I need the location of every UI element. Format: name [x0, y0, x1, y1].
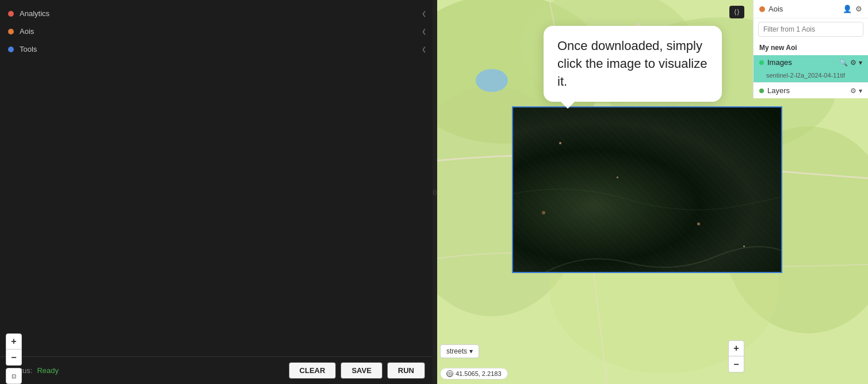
save-button[interactable]: SAVE — [341, 362, 382, 379]
tools-label: Tools — [20, 45, 422, 53]
status-value: Ready — [37, 366, 59, 375]
sidebar-item-analytics[interactable]: Analytics ❮ — [0, 5, 434, 22]
svg-point-7 — [476, 69, 508, 92]
sidebar-item-tools[interactable]: Tools ❮ — [0, 40, 434, 58]
images-dot — [759, 60, 764, 65]
sidebar-nav: Analytics ❮ Aois ❮ Tools ❮ — [0, 0, 434, 356]
layers-gear-icon[interactable]: ⚙ — [850, 87, 856, 95]
app-container: Analytics ❮ Aois ❮ Tools ❮ + − ⊡ Status — [0, 0, 868, 384]
panel-splitter[interactable]: ⟨⟩ — [433, 0, 437, 384]
images-row[interactable]: Images 🔍 ⚙ ▾ — [754, 55, 868, 70]
image-name-text: sentinel-2-l2a_2024-04-11tif — [766, 72, 845, 79]
map-expand-button[interactable]: ⟨⟩ — [729, 6, 744, 18]
aois-label: Aois — [20, 27, 422, 36]
panel-header-icons: 👤 ⚙ — [843, 5, 862, 13]
satellite-image[interactable] — [512, 106, 782, 273]
tools-dot — [8, 47, 14, 52]
images-text: Images — [767, 58, 792, 67]
analytics-dot — [8, 11, 14, 17]
images-expand-icon[interactable]: ▾ — [859, 59, 862, 67]
streets-dropdown: streets ▾ — [440, 344, 479, 358]
my-new-aoi-label: My new Aoi — [754, 40, 868, 55]
analytics-chevron: ❮ — [422, 10, 426, 17]
aois-chevron: ❮ — [422, 28, 426, 34]
zoom-out-right-button[interactable]: − — [728, 356, 744, 373]
aoi-header-left: Aois — [759, 5, 783, 13]
images-gear-icon[interactable]: ⚙ — [850, 59, 856, 67]
action-buttons: CLEAR SAVE RUN — [289, 362, 425, 379]
coordinates-icon: ◎ — [446, 370, 453, 377]
tooltip-text: Once downloaded, simply click the image … — [557, 39, 707, 89]
right-panel: Aois 👤 ⚙ My new Aoi Images 🔍 ⚙ ▾ — [753, 0, 868, 98]
sidebar-item-aois[interactable]: Aois ❮ — [0, 22, 434, 40]
aoi-header-dot — [759, 6, 765, 12]
layers-dot — [759, 89, 764, 93]
layers-text: Layers — [767, 86, 790, 95]
zoom-controls-right: + − — [728, 340, 744, 373]
layers-row[interactable]: Layers ⚙ ▾ — [754, 82, 868, 98]
streets-label: streets — [446, 347, 467, 355]
bottom-bar: Status: Ready CLEAR SAVE RUN — [0, 356, 434, 384]
zoom-extent-button[interactable]: ⊡ — [6, 368, 22, 384]
splitter-icon: ⟨⟩ — [433, 189, 437, 195]
zoom-controls-left: + − ⊡ — [6, 333, 22, 384]
aoi-filter-input[interactable] — [758, 22, 863, 37]
tooltip: Once downloaded, simply click the image … — [544, 26, 722, 102]
zoom-in-right-button[interactable]: + — [728, 340, 744, 356]
images-label-area: Images — [759, 58, 792, 67]
analytics-label: Analytics — [20, 9, 422, 18]
clear-button[interactable]: CLEAR — [289, 362, 337, 379]
panel-user-icon: 👤 — [843, 5, 852, 13]
aois-dot — [8, 29, 14, 34]
map-top-right-controls: ⟨⟩ — [729, 6, 744, 18]
images-search-icon[interactable]: 🔍 — [839, 59, 848, 67]
images-icons: 🔍 ⚙ ▾ — [839, 59, 862, 67]
map-container[interactable]: Once downloaded, simply click the image … — [434, 0, 868, 384]
coordinates-text: 41.5065, 2.2183 — [456, 370, 502, 377]
right-panel-header: Aois 👤 ⚙ — [754, 0, 868, 18]
sidebar: Analytics ❮ Aois ❮ Tools ❮ + − ⊡ Status — [0, 0, 434, 384]
satellite-inner — [513, 107, 781, 272]
streets-button[interactable]: streets ▾ — [440, 344, 479, 358]
aoi-header-label: Aois — [768, 5, 783, 13]
satellite-svg — [513, 107, 781, 272]
layers-expand-icon[interactable]: ▾ — [859, 87, 862, 95]
streets-caret: ▾ — [469, 347, 473, 355]
zoom-in-button[interactable]: + — [6, 333, 22, 350]
zoom-out-button[interactable]: − — [6, 350, 22, 366]
run-button[interactable]: RUN — [387, 362, 425, 379]
layers-label-area: Layers — [759, 86, 790, 95]
tooltip-arrow — [561, 102, 575, 109]
layers-icons: ⚙ ▾ — [850, 87, 862, 95]
tools-chevron: ❮ — [422, 46, 426, 52]
coordinates-bar: ◎ 41.5065, 2.2183 — [440, 368, 508, 379]
panel-gear-icon: ⚙ — [855, 5, 862, 13]
image-name-item[interactable]: sentinel-2-l2a_2024-04-11tif — [754, 70, 868, 82]
